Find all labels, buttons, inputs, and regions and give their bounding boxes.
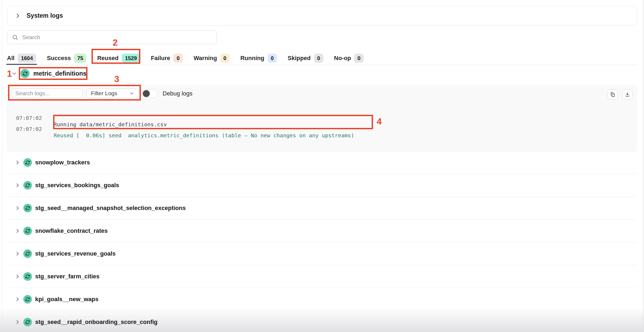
- search-icon: [12, 34, 18, 40]
- annotation-number-3: 3: [114, 74, 119, 84]
- node-name: stg_services_revenue_goals: [35, 250, 116, 257]
- chevron-right-icon: [15, 205, 20, 211]
- chevron-down-icon: [12, 71, 17, 76]
- node-name: stg_services_bookings_goals: [35, 182, 119, 189]
- tab-success[interactable]: Success 75: [47, 51, 87, 65]
- page-left-border: [2, 0, 2, 332]
- chevron-right-icon: [15, 228, 20, 234]
- list-item-snowplow-trackers[interactable]: snowplow_trackers: [7, 151, 637, 174]
- chevron-right-icon: [15, 274, 20, 279]
- chevron-right-icon: [15, 160, 20, 165]
- chevron-right-icon: [15, 319, 20, 325]
- reused-status-icon: [23, 158, 32, 167]
- count-badge: 0: [173, 54, 183, 63]
- count-badge: 0: [354, 54, 364, 63]
- annotation-number-1: 1: [7, 69, 12, 79]
- chevron-right-icon: [15, 183, 20, 188]
- log-line-reused: 07:07:02 Reused [ 0.06s] seed analytics.…: [7, 119, 20, 145]
- node-name: kpi_goals__new_waps: [35, 296, 98, 303]
- log-search-input[interactable]: [15, 90, 79, 97]
- status-tabs: All 1604 Success 75 Reused 1529 Failure …: [7, 51, 637, 65]
- tab-warning[interactable]: Warning 0: [193, 51, 229, 65]
- tab-noop[interactable]: No-op 0: [334, 51, 364, 65]
- node-name: stg_seed__managed_snapshot_selection_exc…: [35, 205, 186, 212]
- count-badge: 1604: [18, 54, 36, 63]
- tab-label: Running: [240, 55, 264, 62]
- tab-label: Reused: [97, 55, 118, 62]
- tab-failure[interactable]: Failure 0: [151, 51, 183, 65]
- expanded-node-metric-definitions[interactable]: metric_definitions: [12, 67, 86, 80]
- count-badge: 0: [314, 54, 323, 63]
- reused-status-icon: [23, 181, 32, 190]
- list-item-kpi-goals-new-waps[interactable]: kpi_goals__new_waps: [7, 288, 637, 311]
- node-name: stg_server_farm_cities: [35, 273, 100, 280]
- log-message: Running data/metric_definitions.csv: [54, 121, 167, 128]
- search-bar: [7, 30, 217, 44]
- node-name: snowplow_trackers: [35, 159, 90, 166]
- count-badge: 1529: [122, 54, 140, 63]
- node-name: snowflake_contract_rates: [35, 227, 108, 234]
- reused-status-icon: [23, 204, 32, 212]
- tab-all[interactable]: All 1604: [7, 51, 36, 65]
- count-badge: 0: [220, 54, 230, 63]
- tab-running[interactable]: Running 0: [240, 51, 277, 65]
- list-item-snowflake-contract-rates[interactable]: snowflake_contract_rates: [7, 219, 637, 242]
- chevron-down-icon: [130, 91, 134, 95]
- page-title: System logs: [27, 12, 63, 19]
- copy-logs-button[interactable]: [608, 89, 618, 99]
- chevron-right-icon: [15, 297, 20, 302]
- search-input[interactable]: [22, 34, 212, 40]
- reused-status-icon: [23, 249, 32, 258]
- tab-label: Skipped: [288, 55, 311, 62]
- tab-label: Failure: [151, 55, 170, 62]
- reused-status-icon: [23, 272, 32, 281]
- filter-logs-dropdown[interactable]: Filter Logs: [86, 88, 138, 98]
- download-logs-button[interactable]: [622, 89, 632, 99]
- chevron-right-icon: [15, 251, 20, 256]
- reused-status-icon: [20, 69, 30, 78]
- tab-skipped[interactable]: Skipped 0: [288, 51, 323, 65]
- reused-status-icon: [23, 227, 32, 235]
- log-search-bar: [11, 88, 83, 98]
- chevron-right-icon: [15, 13, 21, 19]
- log-message: Reused [ 0.06s] seed analytics.metric_de…: [54, 132, 354, 139]
- system-logs-header[interactable]: System logs: [7, 6, 637, 25]
- tab-label: Warning: [193, 55, 217, 62]
- list-item-stg-services-bookings-goals[interactable]: stg_services_bookings_goals: [7, 174, 637, 197]
- toggle-knob: [143, 90, 150, 97]
- filter-logs-label: Filter Logs: [91, 90, 117, 97]
- tab-reused[interactable]: Reused 1529: [97, 51, 140, 65]
- tab-label: All: [7, 55, 14, 62]
- list-item-stg-server-farm-cities[interactable]: stg_server_farm_cities: [7, 265, 637, 288]
- reused-status-icon: [23, 318, 32, 326]
- log-timestamp: 07:07:02: [16, 115, 42, 121]
- list-item-stg-seed-managed-snapshot-selection-exceptions[interactable]: stg_seed__managed_snapshot_selection_exc…: [7, 197, 637, 219]
- count-badge: 75: [74, 54, 86, 63]
- page-right-border: [643, 0, 643, 332]
- tab-label: No-op: [334, 55, 351, 62]
- node-name: stg_seed__rapid_onboarding_score_config: [35, 319, 158, 326]
- tab-label: Success: [47, 55, 71, 62]
- node-name: metric_definitions: [33, 70, 86, 77]
- list-item-stg-services-revenue-goals[interactable]: stg_services_revenue_goals: [7, 242, 637, 265]
- count-badge: 0: [268, 54, 277, 63]
- debug-logs-toggle[interactable]: [142, 89, 158, 98]
- log-panel: Filter Logs Debug logs 07:07:02 Running …: [7, 85, 637, 151]
- log-timestamp: 07:07:02: [16, 126, 42, 132]
- reused-status-icon: [23, 295, 32, 304]
- list-item-stg-seed-rapid-onboarding-score-config[interactable]: stg_seed__rapid_onboarding_score_config: [7, 311, 637, 332]
- debug-logs-label: Debug logs: [163, 90, 192, 97]
- node-list: snowplow_trackers stg_services_bookings_…: [7, 151, 637, 332]
